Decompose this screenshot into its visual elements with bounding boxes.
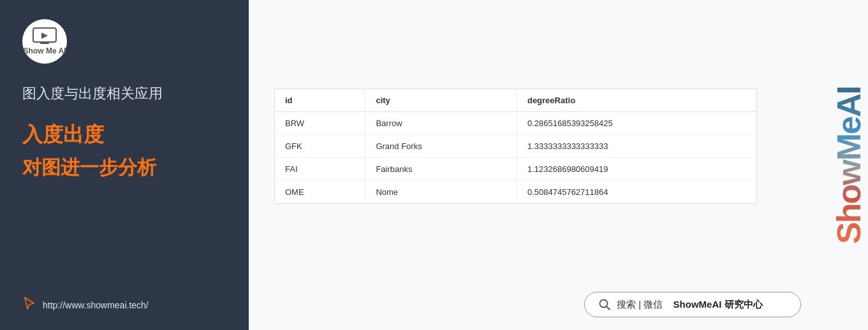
table-row: FAIFairbanks1.1232686980609419: [275, 157, 757, 180]
cell-id: FAI: [275, 157, 365, 180]
footer-url: http://www.showmeai.tech/: [43, 300, 149, 310]
svg-line-4: [607, 306, 610, 310]
col-header-degreeratio: degreeRatio: [517, 89, 756, 111]
table-container: id city degreeRatio BRWBarrow0.286516853…: [274, 13, 842, 279]
sidebar: Show Me AI 图入度与出度相关应用 入度出度 对图进一步分析 http:…: [0, 0, 249, 330]
cell-city: Nome: [365, 180, 517, 203]
cell-id: BRW: [275, 111, 365, 134]
cell-degreeRatio: 0.5084745762711864: [517, 180, 756, 203]
sidebar-heading1: 入度出度: [22, 122, 226, 148]
table-row: GFKGrand Forks1.3333333333333333: [275, 134, 757, 157]
cell-id: GFK: [275, 134, 365, 157]
cell-degreeRatio: 1.1232686980609419: [517, 157, 756, 180]
sidebar-heading2: 对图进一步分析: [22, 155, 226, 180]
table-row: BRWBarrow0.28651685393258425: [275, 111, 757, 134]
logo-label-text: Show Me AI: [24, 47, 66, 55]
table-header-row: id city degreeRatio: [275, 89, 757, 111]
data-table: id city degreeRatio BRWBarrow0.286516853…: [274, 89, 757, 204]
logo-circle: Show Me AI: [22, 19, 67, 64]
cell-id: OME: [275, 180, 365, 203]
cell-city: Grand Forks: [365, 134, 517, 157]
logo-icon: [33, 27, 57, 45]
cursor-icon: [22, 296, 36, 314]
sidebar-footer: http://www.showmeai.tech/: [22, 296, 226, 314]
logo-area: Show Me AI: [22, 19, 226, 64]
search-bar[interactable]: 搜索 | 微信 ShowMeAI 研究中心: [584, 292, 801, 317]
table-row: OMENome0.5084745762711864: [275, 180, 757, 203]
search-bar-container: 搜索 | 微信 ShowMeAI 研究中心: [274, 292, 842, 317]
sidebar-title: 图入度与出度相关应用: [22, 83, 226, 104]
search-icon: [598, 298, 612, 312]
svg-rect-2: [44, 41, 45, 43]
col-header-city: city: [365, 89, 517, 111]
col-header-id: id: [275, 89, 365, 111]
search-prefix: 搜索 | 微信: [617, 299, 668, 311]
cell-city: Barrow: [365, 111, 517, 134]
main-content: ShowMeAI id city degreeRatio BRWBarrow0.…: [249, 0, 868, 330]
cell-degreeRatio: 0.28651685393258425: [517, 111, 756, 134]
search-bold-text: ShowMeAI 研究中心: [673, 299, 763, 311]
cell-city: Fairbanks: [365, 157, 517, 180]
cell-degreeRatio: 1.3333333333333333: [517, 134, 756, 157]
